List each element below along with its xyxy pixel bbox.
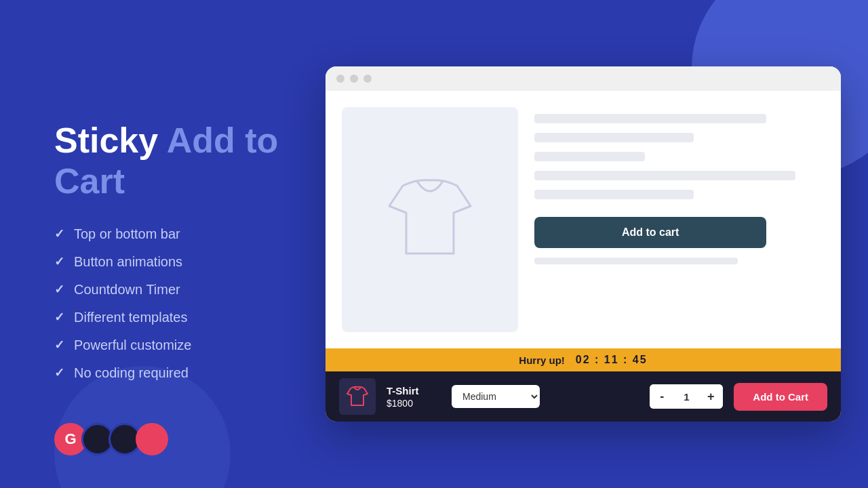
feature-label-4: Different templates [74, 310, 188, 325]
quantity-increment-button[interactable]: + [698, 384, 723, 409]
product-shirt-svg [376, 165, 484, 274]
hurry-up-label: Hurry up! [519, 354, 565, 366]
product-details-area: Add to cart [534, 107, 825, 332]
quantity-control: - 1 + [650, 384, 723, 409]
feature-label-2: Button animations [74, 254, 182, 270]
left-panel: Sticky Add to Cart ✓ Top or bottom bar ✓… [54, 0, 312, 488]
feature-label-3: Countdown Timer [74, 282, 180, 298]
countdown-bar: Hurry up! 02 : 11 : 45 [326, 348, 841, 371]
title-part1: Sticky [54, 121, 167, 160]
feature-item-top-bottom: ✓ Top or bottom bar [54, 226, 312, 242]
sticky-add-to-cart-bar: T-Shirt $1800 Small Medium Large XL - 1 … [326, 371, 841, 422]
detail-line-4 [534, 171, 795, 180]
feature-label-6: No coding required [74, 365, 189, 381]
logo: G [54, 423, 168, 455]
check-icon-4: ✓ [54, 310, 64, 325]
quantity-decrement-button[interactable]: - [650, 384, 674, 409]
detail-line-2 [534, 133, 694, 142]
check-icon-6: ✓ [54, 365, 64, 380]
browser-dot-3 [363, 75, 372, 83]
detail-line-6 [534, 258, 738, 264]
quantity-value: 1 [674, 391, 698, 403]
logo-circle-4 [136, 423, 168, 455]
main-title: Sticky Add to Cart [54, 121, 312, 202]
sticky-product-name: T-Shirt [387, 385, 441, 396]
product-image-area [342, 107, 518, 332]
feature-item-no-coding: ✓ No coding required [54, 365, 312, 381]
browser-dot-1 [336, 75, 344, 83]
check-icon-3: ✓ [54, 282, 64, 297]
feature-item-customize: ✓ Powerful customize [54, 338, 312, 353]
features-list: ✓ Top or bottom bar ✓ Button animations … [54, 226, 312, 381]
feature-label-1: Top or bottom bar [74, 226, 180, 242]
countdown-timer: 02 : 11 : 45 [576, 354, 648, 366]
feature-item-button-anim: ✓ Button animations [54, 254, 312, 270]
detail-line-3 [534, 152, 645, 161]
browser-page-content: Add to cart [326, 91, 841, 348]
check-icon-2: ✓ [54, 254, 64, 269]
feature-item-templates: ✓ Different templates [54, 310, 312, 325]
feature-label-5: Powerful customize [74, 338, 191, 353]
sticky-product-thumb [339, 378, 376, 415]
sticky-thumb-icon [344, 383, 371, 410]
add-to-cart-main-button[interactable]: Add to cart [534, 217, 766, 248]
detail-line-1 [534, 114, 766, 123]
sticky-product-price: $1800 [387, 398, 441, 409]
detail-line-5 [534, 190, 694, 199]
check-icon-5: ✓ [54, 338, 64, 352]
sticky-product-info: T-Shirt $1800 [387, 385, 441, 409]
check-icon-1: ✓ [54, 226, 64, 241]
feature-item-countdown: ✓ Countdown Timer [54, 282, 312, 298]
browser-mockup: Add to cart Hurry up! 02 : 11 : 45 T-Shi… [326, 66, 841, 422]
browser-bar [326, 66, 841, 91]
size-select-dropdown[interactable]: Small Medium Large XL [452, 385, 540, 408]
browser-dot-2 [350, 75, 358, 83]
sticky-add-to-cart-button[interactable]: Add to Cart [734, 383, 827, 411]
